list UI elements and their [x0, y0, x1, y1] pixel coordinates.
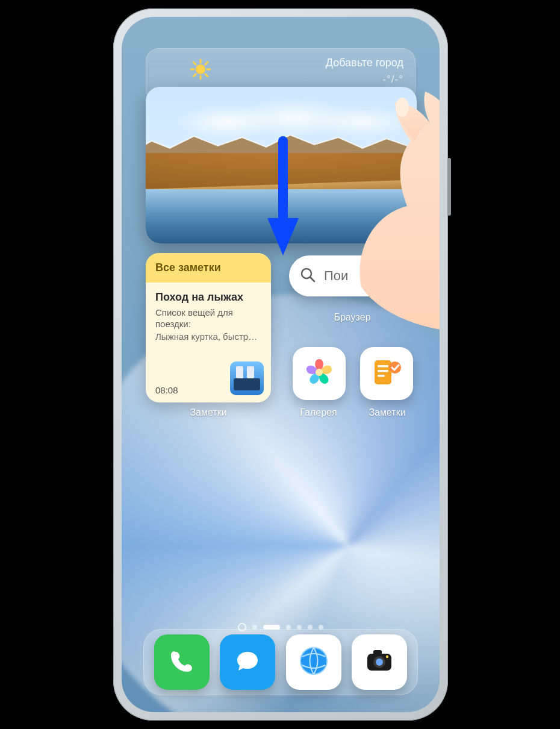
home-screen[interactable]: Добавьте город -°/-° Все заметки Пох: [122, 17, 440, 712]
app-notes-label: Заметки: [358, 407, 417, 418]
camera-icon: [362, 644, 396, 680]
photo-water: [146, 189, 417, 243]
note-line2: Лыжная куртка, быстрос…: [155, 331, 261, 343]
phone-icon: [167, 646, 197, 678]
dock-messages[interactable]: [220, 634, 275, 690]
dock: [143, 629, 418, 695]
svg-point-11: [316, 369, 323, 376]
note-title: Поход на лыжах: [155, 291, 261, 304]
svg-rect-13: [378, 365, 388, 368]
note-thumbnail: [230, 361, 264, 395]
svg-line-5: [193, 62, 196, 64]
volume-button[interactable]: [447, 158, 451, 216]
dock-phone[interactable]: [154, 634, 210, 690]
app-gallery-label: Галерея: [289, 407, 348, 418]
svg-point-16: [389, 361, 401, 374]
app-notes[interactable]: [360, 347, 413, 400]
svg-point-0: [196, 64, 205, 74]
weather-temp-label: -°/-°: [382, 74, 403, 86]
notes-widget-label: Заметки: [146, 407, 271, 418]
svg-line-7: [193, 74, 196, 77]
app-gallery[interactable]: [293, 347, 346, 400]
photo-mountains: [146, 130, 417, 154]
weather-sun-icon: [190, 59, 211, 82]
svg-rect-19: [373, 650, 382, 655]
search-icon: [300, 267, 316, 285]
dock-browser[interactable]: [286, 634, 341, 690]
phone-frame: Добавьте город -°/-° Все заметки Пох: [113, 8, 448, 721]
dock-camera[interactable]: [352, 634, 407, 690]
svg-line-8: [205, 62, 208, 64]
browser-search[interactable]: Пои: [289, 255, 437, 296]
messages-icon: [232, 646, 263, 678]
browser-icon: [296, 643, 331, 681]
svg-rect-12: [375, 360, 391, 384]
svg-line-10: [311, 278, 315, 282]
svg-point-21: [376, 659, 383, 666]
note-line1: Список вещей для поездки:: [155, 307, 261, 330]
svg-rect-14: [378, 370, 388, 372]
svg-rect-15: [378, 375, 385, 377]
note-time: 08:08: [155, 385, 178, 395]
browser-widget-label: Браузер: [289, 312, 415, 323]
gallery-icon: [302, 355, 336, 392]
svg-line-6: [205, 74, 208, 77]
gallery-widget[interactable]: [146, 87, 417, 243]
weather-city-label: Добавьте город: [326, 57, 403, 69]
stage: Добавьте город -°/-° Все заметки Пох: [0, 0, 560, 729]
browser-search-text: Пои: [324, 268, 348, 284]
notes-widget-header: Все заметки: [146, 253, 271, 283]
notes-widget[interactable]: Все заметки Поход на лыжах Список вещей …: [146, 253, 271, 402]
svg-point-22: [386, 655, 388, 658]
notes-icon: [370, 355, 403, 392]
